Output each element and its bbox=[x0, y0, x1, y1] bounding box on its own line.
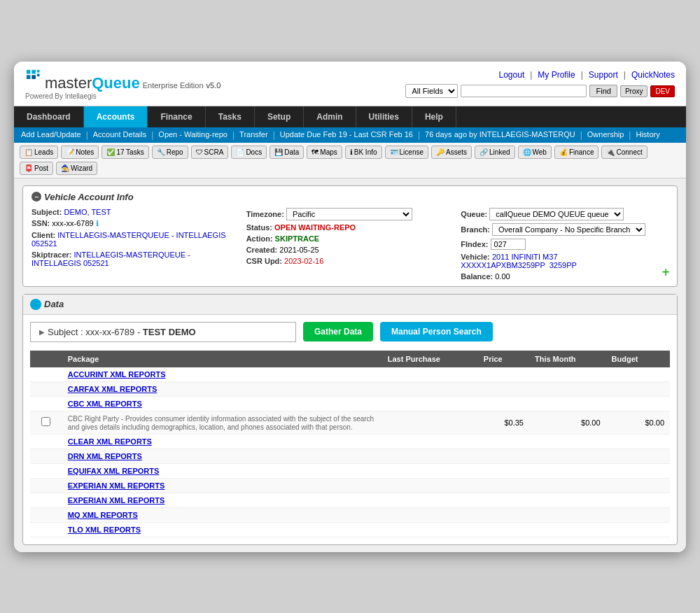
data-subject-row: ▶ Subject : xxx-xx-6789 - TEST DEMO Gath… bbox=[30, 322, 670, 342]
toolbar-bkinfo[interactable]: ℹ BK Info bbox=[345, 146, 382, 159]
main-nav: Dashboard Accounts Finance Tasks Setup A… bbox=[14, 106, 686, 127]
subnav-open-waiting[interactable]: Open - Waiting-repo bbox=[154, 127, 232, 143]
ssn-info-icon[interactable]: ℹ bbox=[96, 219, 99, 227]
nav-dashboard[interactable]: Dashboard bbox=[14, 106, 84, 127]
pkg-mq-link[interactable]: MQ XML REPORTS bbox=[68, 511, 138, 519]
table-row: CARFAX XML REPORTS bbox=[30, 381, 670, 396]
table-row: CBC XML REPORTS bbox=[30, 396, 670, 411]
nav-utilities[interactable]: Utilities bbox=[356, 106, 412, 127]
search-input[interactable] bbox=[461, 85, 587, 97]
logo-area: master Queue Enterprise Edition v5.0 Pow… bbox=[25, 69, 220, 100]
queue-select[interactable]: callQueue DEMO QUEUE queue bbox=[489, 208, 624, 220]
subnav-account-details[interactable]: Account Details bbox=[89, 127, 150, 143]
logo-version-text: v5.0 bbox=[206, 81, 221, 90]
svg-rect-2 bbox=[27, 75, 31, 79]
toolbar: 📋 Leads 📝 Notes ✅ 17 Tasks 🔧 Repo 🛡 SCRA… bbox=[14, 143, 686, 178]
data-section: Data ▶ Subject : xxx-xx-6789 - TEST DEMO… bbox=[22, 294, 678, 545]
col-header-budget: Budget bbox=[606, 351, 670, 367]
add-plus-button[interactable]: + bbox=[662, 265, 670, 281]
proxy-button[interactable]: Proxy bbox=[620, 85, 648, 97]
status-row: Status: OPEN WAITING-REPO bbox=[246, 223, 454, 232]
toolbar-license[interactable]: 🪪 License bbox=[385, 146, 428, 159]
vehicle-account-section: − Vehicle Account Info Subject: DEMO, TE… bbox=[22, 185, 678, 287]
gather-data-button[interactable]: Gather Data bbox=[303, 322, 373, 341]
table-row: EXPERIAN XML REPORTS bbox=[30, 478, 670, 493]
nav-tasks[interactable]: Tasks bbox=[206, 106, 255, 127]
search-field-select[interactable]: All Fields bbox=[405, 84, 458, 98]
info-col-2: Timezone: Pacific Status: OPEN WAITING-R… bbox=[246, 208, 454, 281]
subject-box: ▶ Subject : xxx-xx-6789 - TEST DEMO bbox=[30, 322, 296, 342]
vehicle-section-title: − Vehicle Account Info bbox=[31, 192, 668, 202]
toolbar-tasks[interactable]: ✅ 17 Tasks bbox=[102, 146, 148, 159]
subnav-days-ago[interactable]: 76 days ago by INTELLAEGIS-MASTERQU bbox=[421, 127, 580, 143]
toolbar-wizard[interactable]: 🧙 Wizard bbox=[56, 162, 97, 175]
pkg-cbc-right-party-checkbox[interactable] bbox=[41, 417, 50, 426]
subject-row: Subject: DEMO, TEST bbox=[31, 208, 239, 216]
subnav-add-lead[interactable]: Add Lead/Update bbox=[17, 127, 85, 143]
collapse-button[interactable]: − bbox=[31, 192, 41, 202]
toolbar-finance[interactable]: 💰 Finance bbox=[554, 146, 599, 159]
toolbar-scra[interactable]: 🛡 SCRA bbox=[191, 146, 229, 159]
nav-setup[interactable]: Setup bbox=[255, 106, 304, 127]
toolbar-notes[interactable]: 📝 Notes bbox=[61, 146, 99, 159]
table-row: TLO XML REPORTS bbox=[30, 522, 670, 537]
pkg-experian1-link[interactable]: EXPERIAN XML REPORTS bbox=[68, 481, 165, 490]
queue-row: Queue: callQueue DEMO QUEUE queue bbox=[461, 208, 668, 220]
created-row: Created: 2021-05-25 bbox=[246, 246, 454, 254]
support-link[interactable]: Support bbox=[589, 70, 618, 80]
branch-select[interactable]: Overall Company - No Specific Branch bbox=[492, 223, 645, 236]
subject-link[interactable]: DEMO, TEST bbox=[64, 208, 111, 216]
pkg-tlo-link[interactable]: TLO XML REPORTS bbox=[68, 526, 141, 534]
table-row: EXPERIAN XML REPORTS bbox=[30, 493, 670, 507]
nav-help[interactable]: Help bbox=[412, 106, 456, 127]
info-col-1: Subject: DEMO, TEST SSN: xxx-xx-6789 ℹ C… bbox=[31, 208, 239, 281]
pkg-carfax-link[interactable]: CARFAX XML REPORTS bbox=[68, 385, 158, 393]
subject-arrow-icon: ▶ bbox=[39, 328, 45, 336]
toolbar-assets[interactable]: 🔑 Assets bbox=[431, 146, 472, 159]
toolbar-leads[interactable]: 📋 Leads bbox=[20, 146, 58, 159]
subnav-ownership[interactable]: Ownership bbox=[583, 127, 629, 143]
toolbar-linked[interactable]: 🔗 Linked bbox=[475, 146, 514, 159]
quick-notes-link[interactable]: QuickNotes bbox=[631, 70, 675, 80]
svg-rect-3 bbox=[31, 75, 36, 79]
col-header-this-month: This Month bbox=[529, 351, 606, 367]
toolbar-connect[interactable]: 🔌 Connect bbox=[601, 146, 647, 159]
table-row: EQUIFAX XML REPORTS bbox=[30, 463, 670, 478]
logo-queue-text: Queue bbox=[92, 74, 139, 92]
pkg-accurint-link[interactable]: ACCURINT XML REPORTS bbox=[68, 370, 166, 379]
logout-link[interactable]: Logout bbox=[499, 70, 525, 80]
pkg-equifax-link[interactable]: EQUIFAX XML REPORTS bbox=[68, 467, 160, 475]
client-link[interactable]: INTELLAEGIS-MASTERQUEUE - INTELLAEGIS 05… bbox=[31, 231, 226, 248]
table-row: MQ XML REPORTS bbox=[30, 507, 670, 522]
nav-admin[interactable]: Admin bbox=[304, 106, 356, 127]
branch-row: Branch: Overall Company - No Specific Br… bbox=[461, 223, 668, 236]
balance-row: Balance: 0.00 bbox=[461, 272, 668, 281]
header-links: Logout | My Profile | Support | QuickNot… bbox=[499, 70, 675, 80]
subnav-history[interactable]: History bbox=[631, 127, 664, 143]
find-button[interactable]: Find bbox=[589, 85, 617, 97]
logo-text: master Queue Enterprise Edition v5.0 bbox=[25, 69, 220, 92]
pkg-drn-link[interactable]: DRN XML REPORTS bbox=[68, 452, 142, 460]
timezone-select[interactable]: Pacific bbox=[286, 208, 412, 220]
subnav-update-due[interactable]: Update Due Feb 19 - Last CSR Feb 16 bbox=[276, 127, 417, 143]
manual-person-search-button[interactable]: Manual Person Search bbox=[380, 322, 493, 341]
logo-icon bbox=[25, 69, 45, 88]
subnav-transfer[interactable]: Transfer bbox=[235, 127, 272, 143]
table-row: ACCURINT XML REPORTS bbox=[30, 367, 670, 382]
dev-button[interactable]: DEV bbox=[650, 85, 675, 97]
findex-input[interactable] bbox=[491, 239, 526, 250]
my-profile-link[interactable]: My Profile bbox=[538, 70, 575, 80]
vehicle-info-grid: Subject: DEMO, TEST SSN: xxx-xx-6789 ℹ C… bbox=[31, 208, 668, 281]
toolbar-post[interactable]: 📮 Post bbox=[20, 162, 53, 175]
pkg-clear-link[interactable]: CLEAR XML REPORTS bbox=[68, 437, 152, 446]
toolbar-repo[interactable]: 🔧 Repo bbox=[152, 146, 188, 159]
pkg-experian2-link[interactable]: EXPERIAN XML REPORTS bbox=[68, 496, 165, 505]
toolbar-web[interactable]: 🌐 Web bbox=[518, 146, 552, 159]
nav-accounts[interactable]: Accounts bbox=[84, 106, 148, 127]
col-header-checkbox bbox=[30, 351, 62, 367]
pkg-cbc-link[interactable]: CBC XML REPORTS bbox=[68, 400, 142, 408]
toolbar-data[interactable]: 💾 Data bbox=[270, 146, 304, 159]
toolbar-docs[interactable]: 📄 Docs bbox=[231, 146, 267, 159]
nav-finance[interactable]: Finance bbox=[148, 106, 205, 127]
toolbar-maps[interactable]: 🗺 Maps bbox=[307, 146, 342, 159]
